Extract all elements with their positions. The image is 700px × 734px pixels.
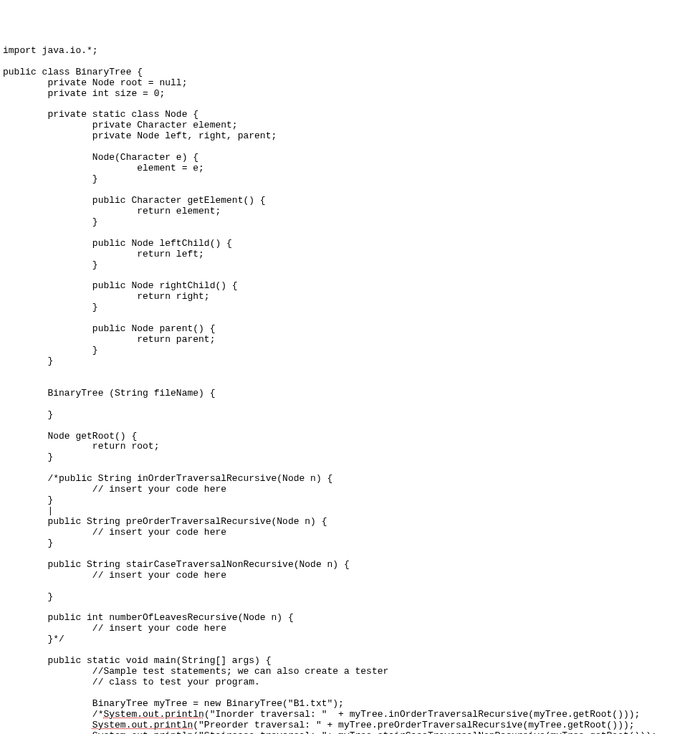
- code-line: [3, 399, 697, 410]
- code-line: System.out.println("Preorder traversal: …: [3, 720, 697, 731]
- code-line: [3, 99, 697, 110]
- code-line: [3, 378, 697, 389]
- code-line: [3, 603, 697, 614]
- code-line: private Character element;: [3, 120, 697, 131]
- code-line: public Node rightChild() {: [3, 281, 697, 292]
- code-line: [3, 313, 697, 324]
- code-line: // insert your code here: [3, 485, 697, 495]
- code-line: }: [3, 302, 697, 313]
- spellcheck-underline: System.out.println: [92, 720, 193, 730]
- code-line: }: [3, 410, 697, 421]
- code-line: import java.io.*;: [3, 46, 697, 57]
- code-line: [3, 142, 697, 153]
- code-line: System.out.println("Staircase traversal:…: [3, 731, 697, 734]
- code-line: /*System.out.println("Inorder traversal:…: [3, 710, 697, 720]
- code-line: [3, 228, 697, 239]
- code-line: public Node parent() {: [3, 324, 697, 335]
- code-block: import java.io.*; public class BinaryTre…: [3, 46, 697, 734]
- code-line: [3, 367, 697, 378]
- code-line: Node(Character e) {: [3, 153, 697, 163]
- code-line: [3, 185, 697, 196]
- code-line: return element;: [3, 206, 697, 217]
- code-line: [3, 463, 697, 474]
- code-line: return parent;: [3, 335, 697, 345]
- code-line: [3, 270, 697, 281]
- code-line: // class to test your program.: [3, 677, 697, 688]
- code-line: public int numberOfLeavesRecursive(Node …: [3, 613, 697, 624]
- code-line: element = e;: [3, 163, 697, 174]
- code-line: private Node root = null;: [3, 78, 697, 89]
- spellcheck-underline: System.out.println: [92, 730, 193, 734]
- spellcheck-underline: System.out.println: [103, 709, 203, 720]
- code-line: // insert your code here: [3, 571, 697, 581]
- code-line: public static void main(String[] args) {: [3, 656, 697, 667]
- code-line: public String preOrderTraversalRecursive…: [3, 517, 697, 528]
- code-line: }: [3, 356, 697, 367]
- code-line: public Character getElement() {: [3, 196, 697, 206]
- code-line: }: [3, 260, 697, 271]
- code-line: [3, 421, 697, 432]
- code-line: // insert your code here: [3, 624, 697, 634]
- code-line: }: [3, 452, 697, 463]
- code-line: BinaryTree myTree = new BinaryTree("B1.t…: [3, 699, 697, 710]
- code-line: /*public String inOrderTraversalRecursiv…: [3, 474, 697, 485]
- code-line: private static class Node {: [3, 110, 697, 120]
- code-line: }: [3, 345, 697, 356]
- code-line: //Sample test statements; we can also cr…: [3, 667, 697, 677]
- code-line: private int size = 0;: [3, 89, 697, 100]
- code-line: }: [3, 538, 697, 549]
- code-line: return left;: [3, 249, 697, 260]
- code-line: [3, 57, 697, 67]
- code-line: [3, 688, 697, 699]
- code-line: }: [3, 592, 697, 603]
- code-line: private Node left, right, parent;: [3, 131, 697, 142]
- code-line: }: [3, 495, 697, 506]
- code-line: }: [3, 217, 697, 228]
- code-line: }*/: [3, 634, 697, 645]
- code-line: return right;: [3, 292, 697, 302]
- code-line: [3, 645, 697, 656]
- code-line: public Node leftChild() {: [3, 239, 697, 249]
- code-line: return root;: [3, 442, 697, 452]
- code-line: Node getRoot() {: [3, 432, 697, 442]
- code-line: }: [3, 174, 697, 185]
- code-line: // insert your code here: [3, 528, 697, 538]
- code-line: [3, 549, 697, 560]
- code-line: |: [3, 506, 697, 517]
- code-line: public String stairCaseTraversalNonRecur…: [3, 560, 697, 571]
- code-line: BinaryTree (String fileName) {: [3, 389, 697, 399]
- code-line: [3, 581, 697, 592]
- code-line: public class BinaryTree {: [3, 67, 697, 78]
